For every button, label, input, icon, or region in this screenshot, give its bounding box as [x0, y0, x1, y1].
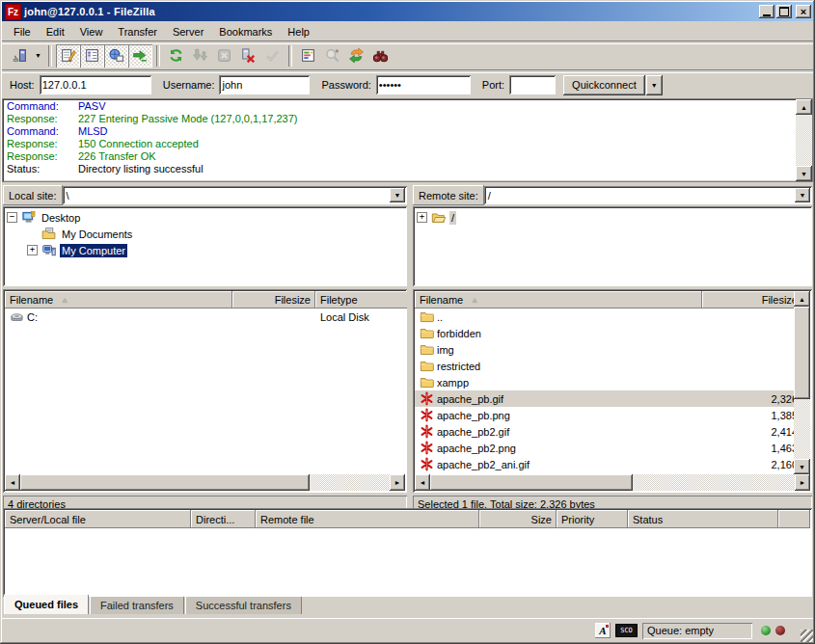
local-site-dropdown-button[interactable]: ▼ — [390, 188, 405, 202]
file-row[interactable]: apache_pb2_ani.gif2,160 — [415, 456, 794, 472]
toggle-remote-tree-button[interactable] — [104, 44, 128, 67]
filename-cell: apache_pb.png — [415, 408, 702, 422]
site-manager-button[interactable] — [8, 44, 32, 67]
port-input[interactable] — [509, 75, 556, 94]
remote-vscroll-track[interactable] — [794, 399, 810, 459]
scroll-right-icon[interactable]: ► — [390, 474, 405, 491]
remote-file-list: Filename▲Filesize ..forbiddenimgrestrict… — [413, 289, 812, 493]
toggle-local-tree-button[interactable] — [80, 44, 104, 67]
queue-column-header[interactable]: Status — [628, 510, 778, 528]
file-row[interactable]: xampp — [415, 374, 794, 390]
menu-edit[interactable]: Edit — [39, 24, 72, 40]
remote-tree-item[interactable]: +/ — [417, 209, 812, 226]
menu-file[interactable]: File — [6, 24, 39, 40]
remote-list-vscrollbar[interactable]: ▲ ▼ — [794, 291, 810, 474]
log-scrollbar[interactable]: ▲ ▼ — [796, 99, 812, 181]
remote-column-header[interactable]: Filesize — [702, 291, 802, 309]
tab-queued-files[interactable]: Queued files — [4, 594, 89, 614]
file-row[interactable]: img — [415, 341, 794, 358]
scroll-left-icon[interactable]: ◄ — [415, 474, 430, 491]
remote-site-dropdown-button[interactable]: ▼ — [795, 188, 810, 202]
window-title: john@127.0.0.1 - FileZilla — [24, 6, 757, 17]
local-tree-item[interactable]: My Documents — [27, 226, 407, 242]
remote-vscroll-thumb[interactable] — [794, 307, 810, 399]
queue-column-header[interactable]: Size — [479, 510, 557, 528]
scroll-down-icon[interactable]: ▼ — [794, 459, 810, 474]
menu-bookmarks[interactable]: Bookmarks — [211, 24, 280, 40]
status-bar: A SCO Queue: empty — [2, 618, 813, 642]
log-line: Response:227 Entering Passive Mode (127,… — [7, 113, 796, 125]
queue-view-icon — [132, 47, 149, 64]
local-hscroll-thumb[interactable] — [20, 474, 310, 491]
file-row[interactable]: apache_pb2.png1,463 — [415, 440, 794, 456]
local-tree-item[interactable]: +My Computer — [27, 242, 407, 258]
remote-site-combo[interactable]: / ▼ — [484, 186, 812, 204]
find-files-button[interactable] — [368, 44, 393, 67]
image-file-icon — [420, 391, 437, 406]
scroll-up-icon[interactable]: ▲ — [796, 99, 812, 115]
tab-failed-transfers[interactable]: Failed transfers — [90, 596, 184, 614]
scroll-left-icon[interactable]: ◄ — [5, 474, 20, 491]
scroll-up-icon[interactable]: ▲ — [794, 291, 810, 307]
filesize-cell: 1,385 — [702, 410, 794, 421]
log-line-label: Command: — [7, 100, 78, 113]
expand-icon[interactable]: + — [417, 212, 427, 223]
queue-column-header[interactable]: Remote file — [256, 510, 479, 528]
file-row[interactable]: apache_pb2.gif2,414 — [415, 423, 794, 440]
password-input[interactable] — [376, 75, 471, 94]
remote-hscroll-thumb[interactable] — [430, 474, 633, 491]
file-row[interactable]: forbidden — [415, 325, 794, 341]
title-bar: Fz john@127.0.0.1 - FileZilla × — [2, 2, 813, 21]
toggle-queue-button[interactable] — [128, 44, 152, 67]
resize-grip[interactable] — [801, 630, 813, 642]
tab-successful-transfers[interactable]: Successful transfers — [185, 596, 302, 614]
queue-column-header[interactable]: Directi... — [191, 510, 256, 528]
file-row[interactable]: restricted — [415, 358, 794, 374]
scroll-down-icon[interactable]: ▼ — [796, 166, 812, 181]
filter-button[interactable] — [296, 44, 320, 67]
local-list-hscrollbar[interactable]: ◄ ► — [5, 474, 405, 491]
remote-column-header[interactable]: Filename▲ — [415, 291, 702, 309]
disconnect-button[interactable] — [236, 44, 260, 67]
file-row[interactable]: apache_pb.png1,385 — [415, 407, 794, 423]
sort-asc-icon: ▲ — [471, 296, 478, 305]
menu-server[interactable]: Server — [165, 24, 211, 40]
menu-view[interactable]: View — [72, 24, 111, 40]
refresh-button[interactable] — [164, 44, 188, 67]
host-input[interactable] — [40, 75, 151, 94]
folder-icon — [420, 309, 437, 324]
queue-column-header[interactable]: Server/Local file — [5, 510, 191, 528]
queue-column-header[interactable]: Priority — [557, 510, 628, 528]
maximize-button[interactable] — [776, 5, 792, 18]
file-row[interactable]: C:Local Disk — [5, 309, 405, 325]
local-hscroll-track[interactable] — [310, 474, 390, 491]
local-column-header[interactable]: Filetype — [315, 291, 407, 309]
quickconnect-button[interactable]: Quickconnect — [563, 75, 645, 95]
site-manager-button-dropdown[interactable]: ▼ — [32, 44, 44, 67]
scroll-right-icon[interactable]: ► — [795, 474, 810, 491]
toggle-log-button[interactable] — [56, 44, 80, 67]
username-input[interactable] — [219, 75, 310, 94]
collapse-icon[interactable]: − — [7, 212, 17, 223]
log-line-text: PASV — [78, 100, 106, 113]
remote-list-hscrollbar[interactable]: ◄ ► — [415, 474, 810, 491]
log-scroll-track[interactable] — [796, 115, 812, 166]
file-row[interactable]: .. — [415, 309, 794, 325]
minimize-button[interactable] — [759, 5, 774, 18]
sync-browsing-button[interactable] — [344, 44, 368, 67]
local-column-header[interactable]: Filename▲ — [5, 291, 232, 309]
log-line-label: Command: — [7, 125, 78, 138]
file-row[interactable]: apache_pb.gif2,326 — [415, 390, 794, 407]
toolbar-separator — [288, 45, 292, 67]
message-log: Command:PASVResponse:227 Entering Passiv… — [3, 99, 812, 181]
expand-icon[interactable]: + — [27, 245, 38, 255]
local-tree-item[interactable]: −Desktop — [7, 209, 407, 226]
local-column-header[interactable]: Filesize — [232, 291, 315, 309]
local-site-combo[interactable]: \ ▼ — [63, 186, 407, 204]
close-button[interactable]: × — [796, 5, 811, 18]
quickconnect-dropdown-button[interactable]: ▼ — [646, 75, 663, 95]
host-label: Host: — [10, 79, 35, 91]
menu-help[interactable]: Help — [280, 24, 317, 40]
menu-transfer[interactable]: Transfer — [110, 24, 165, 40]
remote-hscroll-track[interactable] — [633, 474, 795, 491]
